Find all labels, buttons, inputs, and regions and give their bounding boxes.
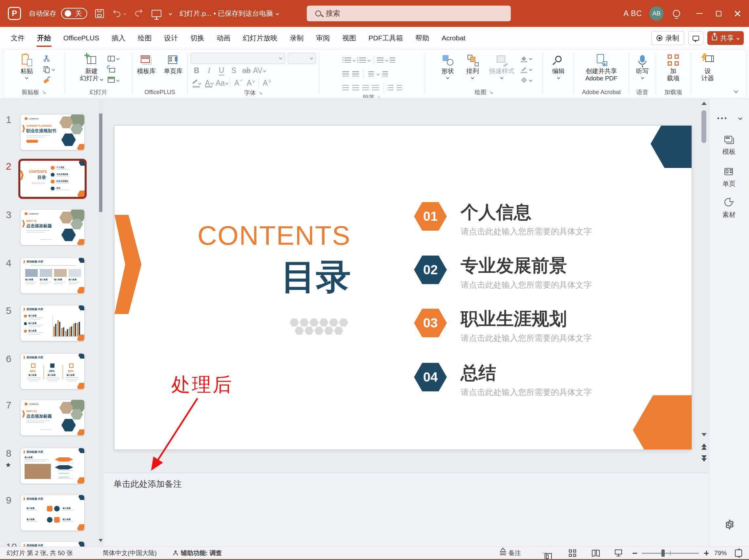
tab-视图[interactable]: 视图 <box>336 27 362 49</box>
paste-button[interactable]: 粘贴 <box>14 53 40 79</box>
quick-styles-button[interactable]: 快速样式 <box>486 53 518 79</box>
zoom-percentage[interactable]: 79% <box>714 547 727 559</box>
bullets-icon[interactable] <box>344 58 351 63</box>
shapes-button[interactable]: 形状 <box>436 53 459 79</box>
previous-slide-icon2[interactable] <box>702 447 707 450</box>
save-icon[interactable] <box>95 9 104 18</box>
slide-thumbnail-9[interactable]: 添加标题 内容输入标题 输入标题输入标题 输入标题 <box>20 495 85 531</box>
change-case-button[interactable]: Aa <box>216 78 228 89</box>
slide-thumbnail-7[interactable]: COMPANY PART 02 点击添加标题 <box>20 400 85 436</box>
sidebar-item-single-page[interactable]: 单页 <box>709 167 749 188</box>
tab-帮助[interactable]: 帮助 <box>409 27 435 49</box>
scroll-up-icon[interactable] <box>702 102 707 105</box>
lightbulb-icon[interactable] <box>673 10 680 17</box>
columns-icon[interactable] <box>368 71 374 77</box>
reset-slide-icon[interactable] <box>107 65 115 73</box>
language-indicator[interactable]: 简体中文(中国大陆) <box>103 547 157 559</box>
panel-collapse-chevron-icon[interactable] <box>739 115 742 121</box>
distribute-icon[interactable] <box>388 85 393 90</box>
record-button[interactable]: 录制 <box>651 31 684 45</box>
thumbnail-scrollbar-thumb[interactable] <box>99 113 102 212</box>
user-name[interactable]: A BC <box>624 9 642 18</box>
toc-item-01[interactable]: 01 个人信息 请点击此处输入您所需要的具体文字 <box>414 202 592 237</box>
toc-item-02[interactable]: 02 专业发展前景 请点击此处输入您所需要的具体文字 <box>414 256 592 290</box>
sort-icon[interactable] <box>390 58 395 63</box>
toc-item-03[interactable]: 03 职业生涯规划 请点击此处输入您所需要的具体文字 <box>414 309 592 343</box>
slide-layout-icon[interactable] <box>107 55 115 62</box>
slide-thumbnail-3[interactable]: COMPANY PART 01 点击添加标题 <box>20 209 85 245</box>
close-button[interactable] <box>728 0 747 27</box>
tab-PDF工具箱[interactable]: PDF工具箱 <box>362 27 409 49</box>
slide-thumbnail-6[interactable]: 添加标题 内容 40% 输入标题 28% 输入标题 82% 输入标题 <box>20 353 85 389</box>
text-direction-icon[interactable] <box>383 71 388 77</box>
align-center-icon[interactable] <box>352 85 359 90</box>
format-painter-icon[interactable] <box>42 76 51 84</box>
cut-icon[interactable] <box>42 55 51 62</box>
new-slide-button[interactable]: 新建幻灯片 <box>78 53 105 82</box>
slide-thumbnail-2[interactable]: CONTENTS 目录 个人信息专业发展前景职业生涯规划总结 <box>18 159 87 199</box>
drawing-dialog-launcher[interactable]: ↘ <box>489 89 493 95</box>
tab-开始[interactable]: 开始 <box>31 27 57 49</box>
slide-thumbnail-1[interactable]: COMPANY CAREER PLANNING 职业生涯规划书 <box>20 114 85 150</box>
notes-pane[interactable]: 单击此处添加备注 <box>104 473 709 546</box>
start-slideshow-icon[interactable] <box>152 10 162 17</box>
autosave-toggle[interactable]: 关 <box>61 8 87 19</box>
shape-effects-icon[interactable] <box>520 76 528 84</box>
collapse-ribbon-chevron-icon[interactable] <box>734 88 737 94</box>
search-input[interactable]: 搜索 <box>307 5 511 21</box>
tab-Acrobat[interactable]: Acrobat <box>435 27 471 49</box>
quick-access-chevron-icon[interactable] <box>169 12 172 15</box>
settings-gear-icon[interactable] <box>724 519 735 532</box>
highlight-color-button[interactable] <box>191 78 202 89</box>
line-spacing-icon[interactable] <box>377 58 384 63</box>
slide-sorter-view-button[interactable] <box>568 547 578 559</box>
comments-button[interactable] <box>688 31 703 45</box>
text-shadow-button[interactable]: S <box>228 65 240 76</box>
tab-文件[interactable]: 文件 <box>5 27 31 49</box>
zoom-slider-thumb[interactable] <box>661 550 665 557</box>
tab-OfficePLUS[interactable]: OfficePLUS <box>57 27 105 49</box>
scroll-down-icon[interactable] <box>99 539 103 542</box>
align-right-icon[interactable] <box>362 85 369 90</box>
font-size-combo[interactable] <box>288 53 316 64</box>
editing-button[interactable]: 编辑 <box>545 53 572 79</box>
font-name-combo[interactable] <box>191 53 285 64</box>
reading-view-button[interactable] <box>591 547 601 559</box>
designer-button[interactable]: 设计器 <box>694 53 721 82</box>
slideshow-view-button[interactable] <box>614 547 624 559</box>
underline-button[interactable]: U <box>216 65 227 76</box>
create-share-pdf-button[interactable]: 创建并共享Adobe PDF <box>577 53 626 82</box>
normal-view-button[interactable] <box>542 547 547 559</box>
slide-contents-title[interactable]: CONTENTS <box>128 220 351 251</box>
sidebar-item-assets[interactable]: 素材 <box>709 197 749 219</box>
toc-item-04[interactable]: 04 总结 请点击此处输入您所需要的具体文字 <box>414 363 592 397</box>
slide-counter[interactable]: 幻灯片 第 2 张, 共 50 张 <box>6 547 73 559</box>
increase-indent-icon[interactable] <box>352 71 359 77</box>
editor-scrollbar-thumb[interactable] <box>702 110 706 143</box>
align-left-icon[interactable] <box>343 85 349 90</box>
thumbnail-scrollbar[interactable] <box>99 100 103 544</box>
page-library-button[interactable]: 单页库 <box>161 53 186 75</box>
addins-button[interactable]: 加载项 <box>660 53 686 82</box>
shape-fill-icon[interactable] <box>520 55 528 62</box>
undo-button[interactable] <box>112 8 126 18</box>
paragraph-dialog-launcher[interactable]: ↘ <box>377 94 382 98</box>
copy-icon[interactable] <box>42 65 51 73</box>
avatar[interactable]: AB <box>649 6 664 21</box>
tab-切换[interactable]: 切换 <box>184 27 210 49</box>
italic-button[interactable]: I <box>203 65 215 76</box>
template-library-button[interactable]: 模板库 <box>134 53 159 75</box>
decrease-indent-icon[interactable] <box>343 71 349 77</box>
clipboard-dialog-launcher[interactable]: ↘ <box>42 89 46 95</box>
slide-thumbnail-4[interactable]: 添加标题 内容 输入标题 输入标题 输入标题 输入标题 <box>20 258 85 294</box>
scroll-down-icon[interactable] <box>702 433 707 436</box>
clear-formatting-button[interactable]: A◊ <box>261 78 273 89</box>
font-color-button[interactable]: A <box>203 78 215 89</box>
share-button[interactable]: 共享 <box>707 31 744 45</box>
tab-动画[interactable]: 动画 <box>210 27 237 49</box>
strikethrough-button[interactable]: ab <box>240 65 252 76</box>
slide-thumbnail-10[interactable]: 添加标题 内容 <box>20 541 85 546</box>
editor-scrollbar[interactable] <box>700 100 708 472</box>
grow-font-button[interactable]: A^ <box>232 78 244 89</box>
maximize-button[interactable] <box>709 0 728 27</box>
